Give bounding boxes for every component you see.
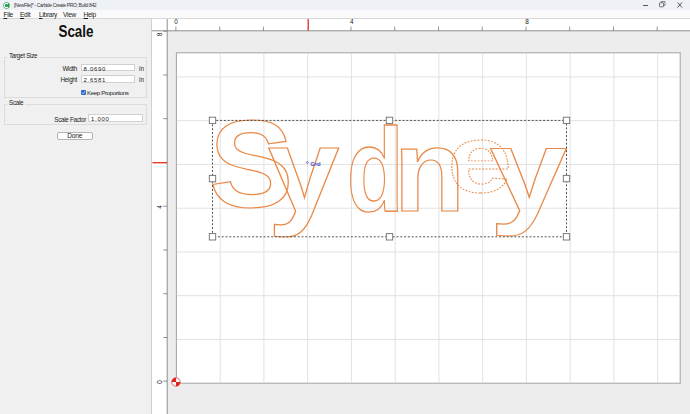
svg-text:8: 8 (156, 32, 163, 36)
svg-text:8: 8 (525, 18, 529, 25)
svg-text:y: y (268, 103, 340, 237)
svg-text:4: 4 (350, 18, 354, 25)
svg-text:y: y (490, 104, 568, 236)
svg-text:Grid: Grid (310, 161, 320, 167)
svg-text:4: 4 (156, 205, 163, 209)
svg-text:0: 0 (156, 380, 163, 384)
svg-text:0: 0 (174, 18, 178, 25)
